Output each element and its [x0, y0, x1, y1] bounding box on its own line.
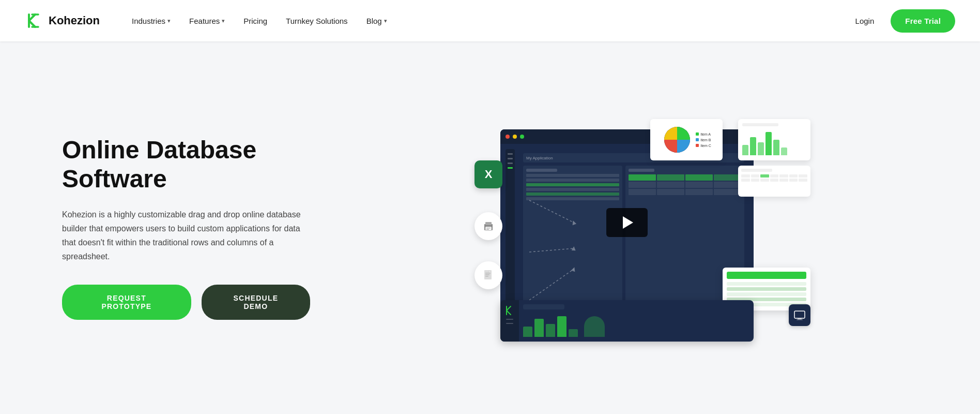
app-card-row	[727, 282, 806, 286]
nav-blog[interactable]: Blog ▾	[359, 12, 394, 29]
bottom-dashboard-panel	[500, 300, 754, 342]
app-card-header	[727, 272, 806, 279]
nav-links: Industries ▾ Features ▾ Pricing Turnkey …	[125, 12, 847, 29]
bar	[765, 132, 772, 155]
calendar-title	[741, 169, 772, 172]
cal-cell	[799, 179, 807, 182]
hero-buttons: REQUEST PROTOTYPE SCHEDULE DEMO	[62, 285, 310, 320]
play-icon	[623, 216, 633, 229]
cal-cell	[770, 179, 779, 182]
cal-cell	[741, 179, 750, 182]
sidebar-line	[508, 162, 513, 164]
chart-title-bar	[742, 123, 778, 126]
svg-rect-5	[486, 229, 489, 230]
k-icon	[504, 305, 515, 316]
navbar: Kohezion Industries ▾ Features ▾ Pricing…	[0, 0, 980, 41]
window-close-dot	[506, 135, 510, 139]
app-sidebar-strip	[506, 149, 515, 310]
calendar-card	[738, 166, 810, 197]
svg-rect-2	[485, 222, 492, 225]
sidebar-line	[506, 319, 513, 320]
svg-rect-4	[486, 228, 491, 229]
data-row	[526, 197, 619, 200]
data-rows	[526, 174, 619, 200]
cal-cell	[789, 174, 798, 178]
cal-cell-active	[760, 174, 769, 178]
bar	[534, 319, 544, 337]
legend-item: Item A	[696, 132, 711, 136]
cal-cell	[741, 174, 750, 178]
chevron-down-icon: ▾	[167, 18, 171, 24]
video-play-button[interactable]	[606, 208, 648, 237]
pivot-cell	[657, 174, 684, 181]
svg-rect-16	[794, 311, 805, 318]
bar	[750, 137, 756, 155]
app-title-text: My Application	[526, 156, 553, 160]
legend-item: Item B	[696, 138, 711, 142]
excel-icon: X	[474, 160, 502, 188]
pivot-cell	[714, 189, 741, 195]
schedule-demo-button[interactable]: SCHEDULE DEMO	[202, 285, 310, 320]
cal-cell	[789, 179, 798, 182]
legend-label: Item C	[700, 144, 711, 147]
svg-rect-9	[485, 276, 488, 277]
nav-turnkey[interactable]: Turnkey Solutions	[279, 12, 355, 29]
semicircle-chart	[584, 316, 605, 337]
bar	[523, 327, 532, 337]
nav-industries[interactable]: Industries ▾	[125, 12, 178, 29]
logo-link[interactable]: Kohezion	[25, 11, 100, 30]
pivot-cell	[714, 174, 741, 181]
pie-chart	[662, 124, 693, 155]
printer-icon	[474, 212, 502, 240]
sidebar-line	[508, 153, 513, 155]
cal-cell	[751, 179, 760, 182]
nav-pricing[interactable]: Pricing	[236, 12, 274, 29]
cal-cell	[779, 179, 788, 182]
bar-chart-card	[738, 119, 810, 160]
bottom-bar-chart	[523, 314, 749, 337]
pivot-cell	[629, 174, 656, 181]
pivot-cell	[685, 182, 713, 188]
printer-svg	[481, 219, 496, 233]
app-card-row	[727, 292, 806, 296]
bar	[546, 324, 555, 337]
bar	[758, 142, 764, 155]
login-button[interactable]: Login	[847, 12, 883, 29]
cal-cell	[799, 174, 807, 178]
bar	[742, 145, 748, 155]
chevron-down-icon: ▾	[384, 18, 387, 24]
pivot-cell	[629, 189, 656, 195]
kohezion-logo-icon	[25, 11, 43, 30]
screenshot-icon	[789, 304, 810, 326]
request-prototype-button[interactable]: REQUEST PROTOTYPE	[62, 285, 191, 320]
screen-icon-svg	[793, 309, 806, 321]
pivot-grid	[629, 174, 741, 195]
document-svg	[482, 269, 495, 282]
data-row	[526, 174, 619, 177]
pivot-cell	[685, 189, 713, 195]
svg-rect-8	[485, 274, 489, 275]
data-row-accent	[526, 183, 619, 186]
pie-legend: Item A Item B Item C	[696, 132, 711, 147]
illustration-container: My Application	[469, 129, 810, 326]
bottom-panel-sidebar	[500, 300, 519, 342]
hero-title: Online Database Software	[62, 136, 310, 193]
pivot-cell	[685, 174, 713, 181]
sidebar-line	[508, 158, 513, 159]
cal-cell	[760, 179, 769, 182]
legend-item: Item C	[696, 144, 711, 147]
app-card-row	[727, 287, 806, 291]
svg-rect-17	[798, 318, 802, 319]
hero-left: Online Database Software Kohezion is a h…	[62, 136, 310, 319]
free-trial-button[interactable]: Free Trial	[891, 9, 955, 33]
data-row	[526, 179, 619, 182]
dashboard-label	[523, 304, 564, 309]
excel-letter: X	[485, 168, 493, 181]
pivot-cell	[657, 182, 684, 188]
document-icon	[474, 261, 502, 289]
panel-title-bar	[526, 169, 557, 172]
nav-features[interactable]: Features ▾	[182, 12, 232, 29]
data-row	[526, 188, 619, 191]
pivot-cell	[629, 182, 656, 188]
window-min-dot	[513, 135, 517, 139]
